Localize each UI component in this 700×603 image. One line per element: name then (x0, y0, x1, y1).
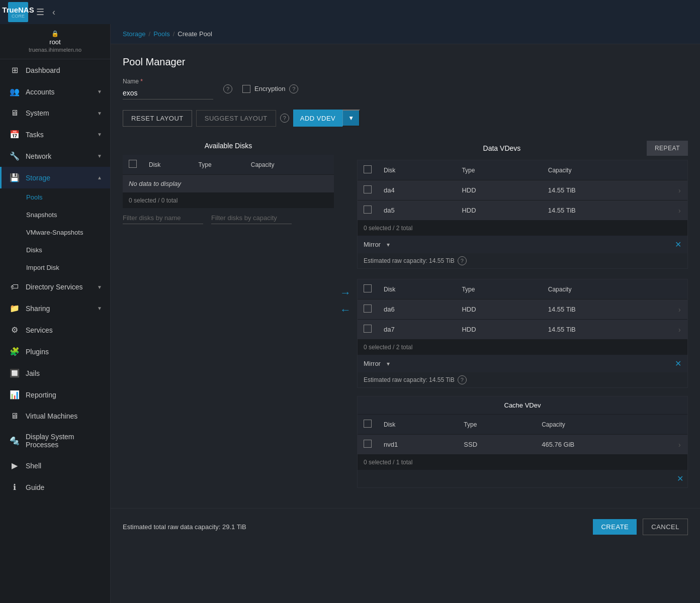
cache-table: Disk Type Capacity nvd1 SS (358, 415, 687, 455)
create-button[interactable]: CREATE (593, 519, 637, 535)
sidebar-item-label: Guide (26, 483, 102, 491)
sidebar-item-dsp[interactable]: 🔩 Display System Processes (0, 427, 110, 455)
sidebar-item-accounts[interactable]: 👥 Accounts ▼ (0, 81, 110, 103)
row-checkbox[interactable] (364, 206, 372, 214)
row-expand-icon[interactable]: › (678, 207, 681, 215)
chevron-down-icon: ▼ (97, 153, 102, 159)
cache-select-all[interactable] (364, 420, 372, 428)
vdev2-capacity-text: Estimated raw capacity: 14.55 TiB (364, 376, 455, 383)
sharing-icon: 📁 (10, 304, 20, 313)
sidebar-item-storage[interactable]: 💾 Storage ▲ (0, 167, 110, 188)
row-expand-icon[interactable]: › (678, 306, 681, 314)
sidebar-item-network[interactable]: 🔧 Network ▼ (0, 145, 110, 167)
vdev1-selected-count: 0 selected / 2 total (358, 221, 687, 236)
repeat-button[interactable]: REPEAT (647, 141, 688, 156)
select-all-checkbox[interactable] (129, 160, 137, 168)
sidebar-item-shell[interactable]: ▶ Shell (0, 455, 110, 476)
row-checkbox[interactable] (364, 185, 372, 193)
disk-type: HDD (456, 180, 542, 200)
disk-name: da6 (378, 299, 456, 320)
chevron-down-icon: ▼ (97, 89, 102, 94)
back-icon[interactable]: ‹ (52, 7, 55, 18)
sidebar-item-guide[interactable]: ℹ Guide (0, 476, 110, 498)
arrow-right-1[interactable]: → (340, 286, 351, 299)
vdev2-type-row: Mirror ▾ ✕ (358, 355, 687, 372)
vdev2-select-all[interactable] (364, 284, 372, 292)
filter-capacity-input[interactable] (211, 212, 292, 224)
logo-sub: CORE (2, 14, 34, 19)
row-checkbox[interactable] (364, 325, 372, 333)
vdev2-selected-count: 0 selected / 2 total (358, 340, 687, 355)
data-vdevs-header: Data VDevs REPEAT (357, 137, 688, 160)
breadcrumb-sep: / (149, 30, 151, 38)
disk-capacity: 14.55 TiB (542, 200, 672, 221)
accounts-icon: 👥 (10, 87, 20, 96)
page-content: Pool Manager Name * ? Encryption ? (111, 44, 700, 508)
sub-item-label: Import Disk (26, 264, 59, 271)
sidebar-sub-disks[interactable]: Disks (0, 241, 110, 259)
sidebar-item-vms[interactable]: 🖥 Virtual Machines (0, 406, 110, 427)
cache-capacity-col: Capacity (536, 415, 672, 435)
vdev1-table: Disk Type Capacity da4 HDD (358, 160, 687, 221)
row-checkbox[interactable] (364, 440, 372, 448)
sidebar-sub-snapshots[interactable]: Snapshots (0, 206, 110, 224)
reporting-icon: 📊 (10, 390, 20, 399)
encryption-help-icon[interactable]: ? (289, 84, 298, 93)
arrow-left-1[interactable]: ← (340, 304, 351, 317)
sidebar-item-tasks[interactable]: 📅 Tasks ▼ (0, 124, 110, 145)
vdev1-type-label: Mirror (364, 241, 381, 248)
sidebar-item-label: Reporting (26, 391, 102, 399)
row-expand-icon[interactable]: › (678, 326, 681, 334)
available-selected-count: 0 selected / 0 total (123, 193, 334, 208)
sidebar-item-services[interactable]: ⚙ Services (0, 319, 110, 341)
logo: TrueNAS CORE (8, 2, 28, 22)
encryption-checkbox[interactable] (242, 85, 250, 93)
sidebar-item-jails[interactable]: 🔲 Jails (0, 362, 110, 384)
breadcrumb-pools[interactable]: Pools (153, 30, 170, 38)
sidebar-sub-import-disk[interactable]: Import Disk (0, 259, 110, 276)
row-checkbox[interactable] (364, 305, 372, 313)
vdev1-dropdown-icon[interactable]: ▾ (387, 241, 390, 248)
cache-remove-button[interactable]: ✕ (677, 474, 683, 483)
row-expand-icon[interactable]: › (678, 441, 681, 449)
logo-text: TrueNAS (2, 6, 34, 14)
guide-icon: ℹ (10, 482, 20, 492)
breadcrumb-current: Create Pool (178, 30, 212, 38)
cancel-button[interactable]: CANCEL (643, 519, 688, 535)
suggest-help-icon[interactable]: ? (280, 114, 289, 123)
dashboard-icon: ⊞ (10, 65, 20, 75)
table-row: nvd1 SSD 465.76 GiB › (358, 435, 687, 455)
disk-col-header: Disk (143, 155, 193, 175)
sidebar-sub-vmware-snapshots[interactable]: VMware-Snapshots (0, 224, 110, 241)
vdev2-remove-button[interactable]: ✕ (675, 359, 681, 368)
menu-icon[interactable]: ☰ (36, 7, 44, 18)
suggest-layout-button[interactable]: SUGGEST LAYOUT (196, 110, 276, 127)
services-icon: ⚙ (10, 325, 20, 335)
logo-box: TrueNAS CORE (8, 2, 28, 22)
system-icon: 🖥 (10, 109, 20, 118)
cache-selected-count: 0 selected / 1 total (358, 455, 687, 470)
no-data-row: No data to display (123, 175, 334, 193)
sidebar-item-plugins[interactable]: 🧩 Plugins (0, 341, 110, 362)
sidebar-item-label: Shell (26, 462, 102, 470)
vdev1-remove-button[interactable]: ✕ (675, 240, 681, 249)
sidebar-item-sharing[interactable]: 📁 Sharing ▼ (0, 297, 110, 319)
vdev2-dropdown-icon[interactable]: ▾ (387, 360, 390, 367)
name-help-icon[interactable]: ? (223, 84, 232, 93)
reset-layout-button[interactable]: RESET LAYOUT (123, 110, 192, 127)
pool-name-input[interactable] (123, 87, 213, 99)
row-expand-icon[interactable]: › (678, 186, 681, 194)
name-field-group: Name * (123, 78, 213, 99)
filter-name-input[interactable] (123, 212, 203, 224)
vdev1-capacity-help-icon[interactable]: ? (458, 256, 467, 265)
sidebar-item-dashboard[interactable]: ⊞ Dashboard (0, 59, 110, 81)
sidebar-item-reporting[interactable]: 📊 Reporting (0, 384, 110, 406)
breadcrumb-storage[interactable]: Storage (123, 30, 146, 38)
vdev2-capacity-help-icon[interactable]: ? (458, 375, 467, 384)
sidebar-sub-pools[interactable]: Pools (0, 188, 110, 206)
sidebar-item-system[interactable]: 🖥 System ▼ (0, 103, 110, 124)
table-row: da7 HDD 14.55 TiB › (358, 320, 687, 340)
vdev2-type-label: Mirror (364, 360, 381, 367)
sidebar-item-directory[interactable]: 🏷 Directory Services ▼ (0, 276, 110, 297)
vdev1-select-all[interactable] (364, 165, 372, 173)
